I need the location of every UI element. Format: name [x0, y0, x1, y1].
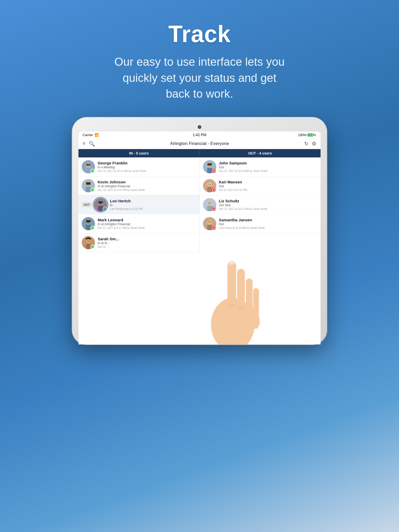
battery-fill: [308, 134, 312, 136]
out-user-column: John Sampson Out Dec 22, 2017 at 10:10 A…: [200, 157, 321, 252]
user-row-george[interactable]: George Franklin In a Meeting Dec 22, 201…: [78, 157, 200, 176]
svg-rect-39: [207, 187, 212, 192]
tab-bar: IN - 5 users OUT - 4 users: [78, 149, 321, 157]
avatar-container-mark: [82, 217, 95, 230]
svg-rect-28: [86, 244, 91, 249]
svg-point-60: [228, 261, 235, 266]
svg-point-61: [229, 261, 235, 264]
user-status-kari: Out: [219, 184, 318, 188]
user-name-mark: Mark Leonard: [98, 218, 196, 222]
svg-rect-44: [207, 206, 212, 211]
user-row-mark[interactable]: Mark Leonard In at Arlington Financial D…: [78, 214, 200, 233]
svg-rect-7: [86, 164, 90, 166]
touch-indicator: [93, 197, 108, 212]
svg-point-29: [87, 241, 88, 242]
refresh-icon[interactable]: ↻: [304, 141, 309, 147]
status-dot-mark: [90, 226, 95, 230]
svg-point-41: [210, 184, 211, 185]
svg-point-27: [86, 238, 90, 243]
user-row-liz[interactable]: Liz Schultz Out Sick Dec 22, 2017 at 10:…: [200, 195, 321, 214]
user-row-kari[interactable]: Kari Mansen Out Oct 13, 2017 at 4:12 PM: [200, 176, 321, 195]
avatar-container-sarah: [82, 236, 95, 249]
user-info-john: John Sampson Out Dec 22, 2017 at 10:10 A…: [219, 161, 318, 172]
user-name-kari: Kari Mansen: [219, 180, 318, 184]
user-status-lori: In: [110, 203, 196, 207]
avatar-container-liz: [203, 198, 216, 211]
svg-rect-21: [86, 225, 91, 230]
user-status-samantha: Out: [219, 222, 318, 226]
svg-rect-25: [86, 220, 90, 222]
user-status-kevin: In at Arlington Financial: [98, 184, 196, 188]
svg-rect-13: [86, 182, 90, 185]
svg-point-40: [208, 184, 209, 185]
status-dot-sarah: [90, 245, 95, 249]
avatar-container-lori: [94, 198, 107, 211]
user-status-george: In a Meeting: [98, 165, 196, 169]
tablet-device: Carrier 📶 1:42 PM 100% + ≡ 🔍 A: [72, 117, 327, 344]
camera-dot: [198, 125, 201, 129]
svg-rect-36: [207, 163, 212, 165]
page-subtitle: Our easy to use interface lets you quick…: [111, 54, 288, 102]
status-bar: Carrier 📶 1:42 PM 100% +: [78, 131, 321, 138]
user-time-john: Dec 22, 2017 at 10:10 AM by Sarah Smith: [219, 170, 318, 172]
svg-point-30: [89, 241, 89, 242]
user-row-samantha[interactable]: Samantha Jansen Out Last Friday at 10:15…: [200, 214, 321, 233]
avatar-container-george: [82, 160, 95, 174]
app-title: Arlington Financial - Everyone: [95, 141, 304, 146]
status-bar-left: Carrier 📶: [83, 133, 99, 137]
avatar-container-kevin: [82, 179, 95, 192]
nav-right-icons: ↻ ⚙: [304, 141, 316, 147]
filter-icon[interactable]: ≡: [83, 141, 85, 146]
tab-in[interactable]: IN - 5 users: [78, 149, 200, 157]
hand-overlay: [191, 242, 274, 344]
user-time-sarah: Dec 22, ...: [98, 245, 196, 248]
user-name-liz: Liz Schultz: [219, 199, 318, 203]
user-row-sarah[interactable]: Sarah Sm... In at th... Dec 22, ...: [78, 233, 200, 252]
user-row-kevin[interactable]: Kevin Johnson In at Arlington Financial …: [78, 176, 200, 195]
user-info-lori: Lori Hertch In Last Wednesday at 2:31 PM: [110, 199, 196, 210]
user-info-sarah: Sarah Sm... In at th... Dec 22, ...: [98, 237, 196, 248]
svg-rect-57: [253, 288, 259, 317]
hero-section: Track Our easy to use interface lets you…: [111, 21, 288, 102]
svg-point-52: [211, 298, 255, 344]
charging-icon: +: [314, 133, 316, 137]
user-row-lori[interactable]: OUT: [78, 195, 200, 214]
avatar-container-kari: [203, 179, 216, 192]
user-time-liz: Dec 22, 2017 at 10:11 AM by Sarah Smith: [219, 208, 318, 210]
page-title: Track: [111, 21, 288, 48]
user-time-george: Dec 22, 2017 at 10:11 AM by Sarah Smith: [98, 170, 196, 172]
out-badge-lori: OUT: [82, 202, 92, 207]
user-time-samantha: Last Friday at 10:15 AM by Sarah Smith: [219, 227, 318, 229]
battery-icon: [308, 134, 313, 136]
avatar-container-john: [203, 160, 216, 174]
tablet-screen: Carrier 📶 1:42 PM 100% + ≡ 🔍 A: [78, 131, 321, 344]
avatar-container-samantha: [203, 217, 216, 230]
user-time-kevin: Dec 26, 2017 at 3:31 PM by Sarah Smith: [98, 189, 196, 191]
status-dot-george: [90, 169, 95, 173]
carrier-label: Carrier: [83, 133, 93, 137]
tab-out[interactable]: OUT - 4 users: [200, 149, 321, 157]
wifi-icon: 📶: [95, 133, 99, 137]
status-bar-right: 100% +: [298, 133, 316, 137]
battery-label: 100%: [298, 133, 307, 137]
user-status-sarah: In at th...: [98, 241, 196, 245]
svg-point-53: [242, 303, 263, 331]
user-time-mark: Dec 21, 2017 at 8:17 AM by Sarah Smith: [98, 227, 196, 229]
svg-rect-10: [86, 187, 91, 192]
user-name-george: George Franklin: [98, 161, 196, 165]
user-status-mark: In at Arlington Financial: [98, 222, 196, 226]
user-name-kevin: Kevin Johnson: [98, 180, 196, 184]
svg-rect-54: [227, 261, 236, 305]
svg-rect-56: [246, 278, 252, 312]
user-info-kari: Kari Mansen Out Oct 13, 2017 at 4:12 PM: [219, 180, 318, 191]
user-lists: George Franklin In a Meeting Dec 22, 201…: [78, 157, 321, 252]
user-info-george: George Franklin In a Meeting Dec 22, 201…: [98, 161, 196, 172]
user-status-liz: Out Sick: [219, 203, 318, 207]
user-row-john[interactable]: John Sampson Out Dec 22, 2017 at 10:10 A…: [200, 157, 321, 176]
settings-icon[interactable]: ⚙: [312, 141, 316, 147]
svg-rect-24: [87, 223, 90, 224]
search-icon[interactable]: 🔍: [89, 141, 95, 147]
svg-rect-55: [237, 269, 245, 307]
app-nav-bar: ≡ 🔍 Arlington Financial - Everyone ↻ ⚙: [78, 138, 321, 149]
svg-point-58: [227, 304, 236, 307]
